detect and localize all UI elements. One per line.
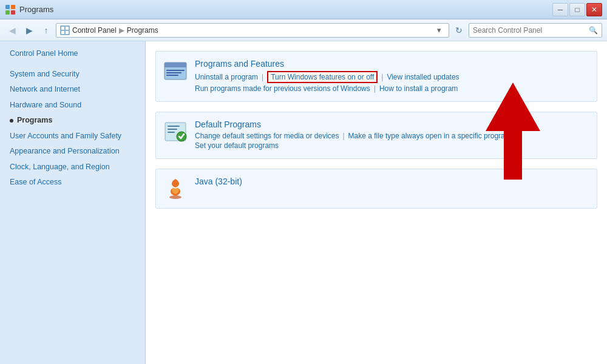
- svg-rect-17: [168, 126, 180, 127]
- navigation-bar: ◀ ▶ ↑ Control Panel ▶ Programs ▾ ↻ 🔍: [0, 19, 607, 41]
- programs-features-row1: Uninstall a program | Turn Windows featu…: [195, 71, 589, 83]
- svg-rect-5: [61, 27, 64, 30]
- app-icon: [5, 4, 16, 15]
- programs-features-row2: Run programs made for previous versions …: [195, 84, 589, 93]
- section-programs-features: Programs and Features Uninstall a progra…: [155, 51, 597, 102]
- title-bar: Programs ─ □ ✕: [0, 0, 607, 19]
- programs-features-icon: [163, 59, 188, 83]
- section-default-programs-inner: Default Programs Change default settings…: [156, 112, 597, 158]
- address-bar[interactable]: Control Panel ▶ Programs ▾: [56, 23, 449, 38]
- sidebar-item-user-accounts[interactable]: User Accounts and Family Safety: [0, 129, 145, 144]
- svg-rect-8: [66, 31, 69, 34]
- svg-rect-2: [5, 10, 10, 15]
- svg-rect-18: [168, 129, 177, 130]
- svg-rect-19: [168, 132, 175, 133]
- svg-rect-14: [166, 75, 178, 76]
- sidebar-item-home[interactable]: Control Panel Home: [0, 46, 145, 62]
- svg-rect-13: [166, 72, 181, 73]
- sidebar: Control Panel Home System and Security N…: [0, 41, 146, 364]
- back-button[interactable]: ◀: [5, 23, 19, 38]
- window-title: Programs: [19, 5, 53, 14]
- svg-rect-0: [5, 5, 10, 9]
- sidebar-item-hardware-sound[interactable]: Hardware and Sound: [0, 98, 145, 113]
- default-programs-row1: Change default settings for media or dev…: [195, 132, 589, 140]
- sidebar-item-appearance[interactable]: Appearance and Personalization: [0, 144, 145, 160]
- address-dropdown[interactable]: ▾: [433, 24, 445, 36]
- section-default-programs: Default Programs Change default settings…: [155, 112, 597, 159]
- breadcrumb-root: Control Panel: [72, 26, 117, 35]
- sidebar-item-ease-access[interactable]: Ease of Access: [0, 175, 145, 190]
- java-title[interactable]: Java (32-bit): [195, 177, 589, 186]
- refresh-button[interactable]: ↻: [452, 23, 466, 38]
- sidebar-item-programs: Programs: [0, 113, 145, 129]
- svg-rect-3: [11, 10, 15, 15]
- turn-windows-link[interactable]: Turn Windows features on or off: [267, 71, 378, 83]
- svg-rect-12: [166, 70, 185, 71]
- java-icon: [163, 177, 188, 201]
- svg-rect-1: [11, 5, 15, 9]
- change-defaults-link[interactable]: Change default settings for media or dev…: [195, 132, 339, 140]
- svg-rect-7: [61, 31, 64, 34]
- window-controls: ─ □ ✕: [552, 3, 602, 16]
- sidebar-item-clock-language[interactable]: Clock, Language, and Region: [0, 160, 145, 175]
- forward-button[interactable]: ▶: [22, 23, 36, 38]
- programs-features-title[interactable]: Programs and Features: [195, 59, 589, 69]
- minimize-button[interactable]: ─: [552, 3, 568, 16]
- section-java-inner: Java (32-bit): [156, 169, 597, 208]
- default-programs-title[interactable]: Default Programs: [195, 120, 589, 129]
- title-bar-left: Programs: [5, 4, 53, 15]
- default-programs-row2: Set your default programs: [195, 141, 589, 150]
- svg-rect-6: [66, 27, 69, 30]
- default-programs-text: Default Programs Change default settings…: [195, 120, 589, 151]
- search-input[interactable]: [473, 26, 586, 35]
- section-programs-features-inner: Programs and Features Uninstall a progra…: [156, 52, 597, 101]
- content-area: Programs and Features Uninstall a progra…: [146, 41, 607, 364]
- search-icon[interactable]: 🔍: [589, 26, 598, 35]
- section-java: Java (32-bit): [155, 169, 597, 209]
- active-bullet: [10, 119, 13, 123]
- svg-rect-11: [164, 65, 186, 67]
- up-button[interactable]: ↑: [39, 23, 53, 38]
- close-button[interactable]: ✕: [586, 3, 602, 16]
- sidebar-item-system-security[interactable]: System and Security: [0, 67, 145, 83]
- view-installed-link[interactable]: View installed updates: [387, 73, 459, 81]
- set-defaults-link[interactable]: Set your default programs: [195, 141, 279, 150]
- how-install-link[interactable]: How to install a program: [379, 84, 458, 93]
- uninstall-link[interactable]: Uninstall a program: [195, 73, 258, 81]
- breadcrumb-current: Programs: [127, 26, 158, 35]
- programs-features-text: Programs and Features Uninstall a progra…: [195, 59, 589, 94]
- file-type-link[interactable]: Make a file type always open in a specif…: [348, 132, 511, 140]
- breadcrumb-sep1: ▶: [119, 26, 124, 35]
- sidebar-item-network-internet[interactable]: Network and Internet: [0, 82, 145, 98]
- search-box[interactable]: 🔍: [469, 23, 602, 38]
- maximize-button[interactable]: □: [569, 3, 585, 16]
- java-text: Java (32-bit): [195, 177, 589, 201]
- default-programs-icon: [163, 120, 188, 144]
- run-programs-link[interactable]: Run programs made for previous versions …: [195, 84, 370, 93]
- address-bar-icon: [60, 25, 70, 35]
- main-layout: Control Panel Home System and Security N…: [0, 41, 607, 364]
